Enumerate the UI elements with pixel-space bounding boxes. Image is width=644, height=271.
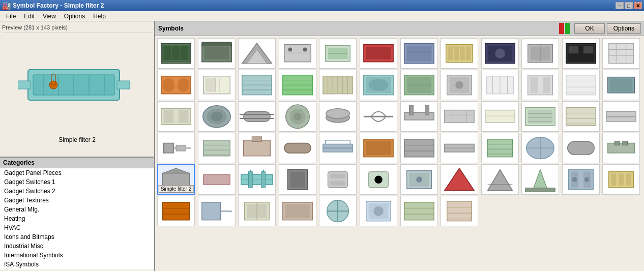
symbol-cell-19[interactable] xyxy=(441,70,478,100)
preview-image xyxy=(18,54,130,115)
symbol-cell-24[interactable] xyxy=(157,101,195,132)
symbols-grid-container[interactable]: Simple filter 2→ xyxy=(155,36,644,271)
symbol-cell-52[interactable] xyxy=(319,164,357,195)
symbol-cell-67[interactable] xyxy=(441,196,478,226)
symbol-cell-53[interactable] xyxy=(360,164,397,195)
symbol-cell-9[interactable] xyxy=(521,38,559,69)
symbol-cell-18[interactable] xyxy=(400,70,438,100)
symbol-cell-10[interactable] xyxy=(562,38,600,69)
symbol-cell-28[interactable] xyxy=(319,101,357,132)
symbol-cell-58[interactable] xyxy=(562,164,600,195)
symbol-cell-63[interactable] xyxy=(279,196,316,226)
symbol-cell-14[interactable] xyxy=(238,70,276,100)
svg-rect-158 xyxy=(568,142,594,155)
symbol-cell-49[interactable] xyxy=(198,164,236,195)
symbol-cell-47[interactable] xyxy=(602,133,640,163)
symbol-cell-62[interactable] xyxy=(238,196,276,226)
symbol-cell-1[interactable] xyxy=(198,38,236,69)
svg-rect-102 xyxy=(244,112,270,122)
category-item-4[interactable]: General Mfg. xyxy=(0,205,154,214)
symbol-cell-30[interactable] xyxy=(400,101,438,132)
symbol-cell-6[interactable] xyxy=(400,38,438,69)
symbol-cell-56[interactable] xyxy=(481,164,519,195)
symbol-cell-3[interactable] xyxy=(279,38,316,69)
symbol-cell-45[interactable] xyxy=(521,133,559,163)
minimize-button[interactable]: ─ xyxy=(616,2,624,9)
symbol-cell-59[interactable] xyxy=(602,164,640,195)
symbol-cell-23[interactable] xyxy=(602,70,640,100)
symbol-cell-46[interactable] xyxy=(562,133,600,163)
symbol-cell-17[interactable] xyxy=(360,70,397,100)
symbol-cell-22[interactable] xyxy=(562,70,600,100)
symbol-cell-29[interactable] xyxy=(360,101,397,132)
symbol-cell-55[interactable] xyxy=(441,164,478,195)
symbol-cell-42[interactable] xyxy=(400,133,438,163)
symbol-cell-44[interactable] xyxy=(481,133,519,163)
symbol-cell-26[interactable] xyxy=(238,101,276,132)
symbol-cell-34[interactable] xyxy=(562,101,600,132)
svg-rect-111 xyxy=(404,113,433,121)
symbol-cell-20[interactable] xyxy=(481,70,519,100)
category-item-7[interactable]: Icons and Bitmaps xyxy=(0,232,154,242)
symbol-cell-65[interactable] xyxy=(360,196,397,226)
symbol-cell-48[interactable]: Simple filter 2 xyxy=(157,164,195,195)
symbol-cell-35[interactable] xyxy=(602,101,640,132)
symbol-cell-66[interactable] xyxy=(400,196,438,226)
symbol-cell-61[interactable]: → xyxy=(198,196,236,226)
menu-options[interactable]: Options xyxy=(60,12,89,21)
category-item-8[interactable]: Industrial Misc. xyxy=(0,242,154,251)
symbol-cell-11[interactable] xyxy=(602,38,640,69)
category-item-0[interactable]: Gadget Panel Pieces xyxy=(0,168,154,177)
category-item-6[interactable]: HVAC xyxy=(0,223,154,232)
symbol-cell-4[interactable] xyxy=(319,38,357,69)
symbol-cell-32[interactable] xyxy=(481,101,519,132)
symbol-cell-13[interactable] xyxy=(198,70,236,100)
category-item-2[interactable]: Gadget Switches 2 xyxy=(0,187,154,196)
menu-edit[interactable]: Edit xyxy=(20,12,39,21)
symbol-cell-50[interactable] xyxy=(238,164,276,195)
symbol-cell-27[interactable] xyxy=(279,101,316,132)
symbol-cell-5[interactable] xyxy=(360,38,397,69)
symbol-cell-12[interactable] xyxy=(157,70,195,100)
svg-rect-88 xyxy=(531,77,538,93)
symbol-cell-60[interactable] xyxy=(157,196,195,226)
symbol-cell-51[interactable] xyxy=(279,164,316,195)
app-icon: 🏭 xyxy=(2,2,11,10)
category-item-3[interactable]: Gadget Textures xyxy=(0,196,154,205)
menu-help[interactable]: Help xyxy=(89,12,110,21)
symbol-cell-36[interactable] xyxy=(157,133,195,163)
category-item-1[interactable]: Gadget Switches 1 xyxy=(0,177,154,187)
symbol-cell-37[interactable] xyxy=(198,133,236,163)
category-item-9[interactable]: International Symbols xyxy=(0,251,154,260)
options-button[interactable]: Options xyxy=(607,23,641,34)
symbol-cell-15[interactable] xyxy=(279,70,316,100)
symbol-cell-57[interactable] xyxy=(521,164,559,195)
close-button[interactable]: ✕ xyxy=(634,2,642,9)
symbol-cell-40[interactable] xyxy=(319,133,357,163)
category-item-5[interactable]: Heating xyxy=(0,214,154,223)
maximize-button[interactable]: □ xyxy=(625,2,633,9)
symbol-cell-43[interactable] xyxy=(441,133,478,163)
symbol-cell-41[interactable] xyxy=(360,133,397,163)
symbol-cell-21[interactable] xyxy=(521,70,559,100)
symbol-cell-0[interactable] xyxy=(157,38,195,69)
symbol-cell-31[interactable] xyxy=(441,101,478,132)
category-item-10[interactable]: ISA Symbols xyxy=(0,260,154,269)
symbol-cell-25[interactable] xyxy=(198,101,236,132)
category-item-11[interactable]: ISA Symbols (3-D) xyxy=(0,269,154,269)
symbol-cell-54[interactable] xyxy=(400,164,438,195)
symbol-cell-7[interactable] xyxy=(441,38,478,69)
menu-view[interactable]: View xyxy=(39,12,60,21)
symbol-cell-33[interactable] xyxy=(521,101,559,132)
categories-list[interactable]: Gadget Panel PiecesGadget Switches 1Gadg… xyxy=(0,168,154,269)
symbol-cell-2[interactable] xyxy=(238,38,276,69)
symbol-cell-39[interactable] xyxy=(279,133,316,163)
symbol-cell-64[interactable] xyxy=(319,196,357,226)
symbol-cell-38[interactable] xyxy=(238,133,276,163)
symbol-cell-8[interactable] xyxy=(481,38,519,69)
symbol-cell-16[interactable] xyxy=(319,70,357,100)
menu-file[interactable]: File xyxy=(2,12,20,21)
svg-rect-114 xyxy=(445,110,474,123)
svg-point-190 xyxy=(572,177,577,183)
ok-button[interactable]: OK xyxy=(574,23,604,34)
